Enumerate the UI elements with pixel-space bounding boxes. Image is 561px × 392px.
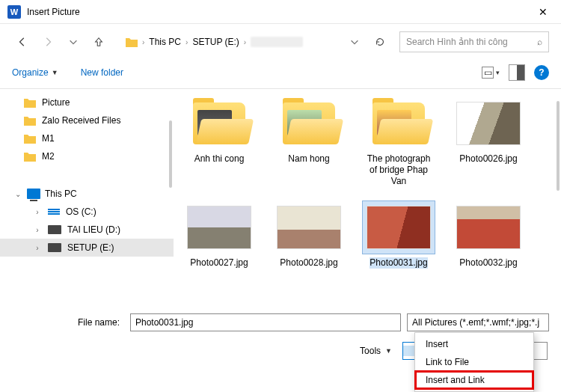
crumb-hidden[interactable] [251,37,303,47]
folder-item-phap-van[interactable]: The photograph of bridge Phap Van [362,97,435,187]
layout-icon: ▭ [482,67,494,79]
crumb-this-pc[interactable]: This PC [149,37,181,47]
title-bar: W Insert Picture ✕ [0,0,561,24]
file-pane-scrollbar[interactable] [557,94,560,301]
help-button[interactable]: ? [534,65,549,80]
chevron-down-icon: ▼ [52,69,58,76]
tree-item-m1[interactable]: M1 [0,129,174,147]
chevron-down-icon: ▼ [385,347,392,355]
file-item-photo0031[interactable]: Photo0031.jpg [362,200,435,269]
item-label: The photograph of bridge Phap Van [362,153,435,187]
item-label: Nam hong [288,153,329,165]
back-button[interactable] [12,31,33,52]
path-dropdown[interactable] [344,31,365,52]
chevron-down-icon: ⌄ [13,190,22,198]
nav-bar: › This PC › SETUP (E:) › Search Hình ảnh… [0,24,561,60]
chevron-right-icon: › [33,226,42,234]
file-name-label: File name: [12,317,124,328]
search-placeholder: Search Hình ảnh thi công [406,37,508,47]
tree-label: This PC [45,189,77,199]
tree-label: OS (C:) [66,206,96,217]
item-label: Anh thi cong [194,153,245,165]
tree-item-m2[interactable]: M2 [0,147,174,165]
tree-label: Zalo Received Files [42,115,120,126]
refresh-button[interactable] [370,31,390,52]
file-item-photo0028[interactable]: Photo0028.jpg [272,200,346,269]
tree-item-picture[interactable]: Picture [0,94,174,111]
tree-label: M1 [42,133,55,144]
crumb-drive[interactable]: SETUP (E:) [192,37,239,47]
folder-icon [126,37,138,47]
sidebar-scrollbar[interactable] [169,91,172,304]
tree-label: SETUP (E:) [67,242,114,253]
menu-item-link-to-file[interactable]: Link to File [415,353,533,371]
filter-label: All Pictures (*.emf;*.wmf;*.jpg;*.j [412,317,539,328]
folder-icon [24,151,36,162]
chevron-right-icon: › [33,208,42,216]
folder-icon [283,102,335,144]
photo-thumbnail [277,206,341,249]
chevron-right-icon: › [244,38,246,46]
insert-dropdown-menu: Insert Link to File Insert and Link [414,332,534,392]
photo-thumbnail [456,206,521,249]
file-item-photo0026[interactable]: Photo0026.jpg [452,97,525,187]
tree-item-setup-e[interactable]: ›SETUP (E:) [0,239,174,257]
item-label: Photo0027.jpg [190,257,248,269]
folder-icon [193,102,245,144]
chevron-right-icon: › [142,38,144,46]
up-button[interactable] [88,31,109,52]
folder-icon [24,115,36,126]
preview-pane-button[interactable] [509,64,525,81]
file-type-filter[interactable]: All Pictures (*.emf;*.wmf;*.jpg;*.j [407,313,549,331]
tree-label: TAI LIEU (D:) [67,224,120,235]
item-label: Photo0031.jpg [370,257,427,269]
search-icon: ⌕ [537,37,542,47]
photo-thumbnail [367,206,431,249]
organize-button[interactable]: Organize ▼ [12,67,58,78]
chevron-down-icon: ▾ [496,69,500,76]
file-name-input[interactable] [130,313,401,331]
item-label: Photo0028.jpg [280,257,337,269]
photo-thumbnail [187,206,251,249]
tree-item-this-pc[interactable]: ⌄This PC [0,185,174,203]
tree-item-zalo[interactable]: Zalo Received Files [0,111,174,129]
tools-label: Tools [360,346,381,356]
forward-button[interactable] [37,31,58,52]
pc-icon [27,189,40,199]
drive-icon [48,209,60,215]
organize-label: Organize [12,67,49,78]
menu-item-insert[interactable]: Insert [415,335,533,353]
folder-item-anh-thi-cong[interactable]: Anh thi cong [183,97,256,187]
word-icon: W [7,5,21,19]
folder-item-nam-hong[interactable]: Nam hong [272,97,346,187]
recent-dropdown[interactable] [63,31,84,52]
chevron-right-icon: › [186,38,188,46]
sidebar: Picture Zalo Received Files M1 M2 ⌄This … [0,89,174,306]
file-item-photo0027[interactable]: Photo0027.jpg [183,200,256,269]
menu-item-insert-and-link[interactable]: Insert and Link [415,371,533,389]
tree-label: M2 [42,151,55,162]
search-input[interactable]: Search Hình ảnh thi công ⌕ [399,31,549,52]
view-layout-button[interactable]: ▭ ▾ [482,67,500,79]
drive-icon [48,225,61,234]
file-item-photo0032[interactable]: Photo0032.jpg [452,200,525,269]
toolbar: Organize ▼ New folder ▭ ▾ ? [0,60,561,89]
chevron-right-icon: › [33,244,42,252]
folder-icon [24,97,36,108]
tools-button[interactable]: Tools ▼ [360,346,392,356]
drive-icon [48,243,61,252]
folder-icon [24,133,36,144]
item-label: Photo0026.jpg [459,153,517,165]
item-label: Photo0032.jpg [459,257,517,269]
breadcrumb[interactable]: › This PC › SETUP (E:) › [126,37,303,47]
folder-icon [373,102,425,144]
tree-label: Picture [42,97,70,108]
tree-item-tailieu-d[interactable]: ›TAI LIEU (D:) [0,221,174,239]
tree-item-os-c[interactable]: ›OS (C:) [0,203,174,221]
photo-thumbnail [456,102,521,145]
dialog-title: Insert Picture [27,7,528,17]
close-button[interactable]: ✕ [528,1,558,22]
new-folder-button[interactable]: New folder [81,67,123,78]
file-pane[interactable]: Anh thi cong Nam hong The photograph of … [174,89,561,306]
